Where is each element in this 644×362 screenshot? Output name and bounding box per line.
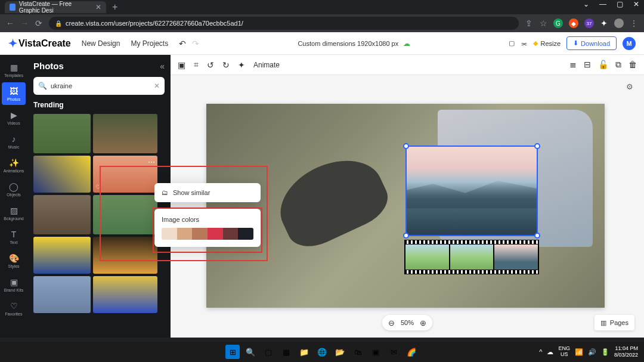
taskview-icon[interactable]: ▢ (261, 345, 275, 359)
battery-icon[interactable]: 🔋 (601, 348, 609, 356)
photo-thumb[interactable]: ⋯♡ (93, 156, 157, 193)
rail-animations[interactable]: ✨Animations (2, 154, 26, 177)
gear-icon[interactable]: ⚙ (626, 82, 633, 91)
new-tab-button[interactable]: + (112, 2, 117, 13)
lock-element-icon[interactable]: 🔓 (598, 60, 608, 70)
resize-handle-tl[interactable] (403, 143, 409, 149)
canvas-viewport[interactable]: ⚙ ⊖ (171, 75, 644, 338)
canvas[interactable] (206, 104, 605, 308)
extension-icon[interactable]: ◆ (569, 18, 578, 28)
selected-image[interactable] (405, 146, 538, 236)
mail-icon[interactable]: ✉ (386, 345, 401, 359)
url-bar[interactable]: 🔒 create.vista.com/user/projects/6227268… (49, 17, 519, 30)
layers-icon[interactable]: ≣ (569, 60, 577, 70)
resize-handle-br[interactable] (534, 233, 540, 239)
rail-brandkits[interactable]: ▣Brand Kits (2, 273, 26, 296)
filmstrip-image[interactable] (404, 240, 539, 274)
zoom-in-icon[interactable]: ⊕ (420, 318, 426, 327)
document-title[interactable]: Custom dimensions 1920x1080 px (298, 40, 398, 47)
download-button[interactable]: ⬇ Download (566, 36, 617, 50)
browser-tab[interactable]: VistaCreate — Free Graphic Desi ✕ (5, 1, 106, 13)
photo-thumb[interactable] (93, 276, 157, 313)
close-tab-icon[interactable]: ✕ (95, 3, 101, 11)
animate-button[interactable]: Animate (253, 61, 280, 69)
zoom-out-icon[interactable]: ⊖ (388, 318, 395, 327)
wifi-icon[interactable]: 📶 (575, 348, 583, 356)
share-app-icon[interactable]: ⫘ (521, 40, 527, 47)
search-input[interactable] (51, 82, 150, 89)
maximize-icon[interactable]: ▢ (615, 0, 624, 8)
crop-icon[interactable]: ⌗ (194, 60, 199, 70)
color-swatch[interactable] (192, 228, 208, 240)
share-icon[interactable]: ⇪ (525, 18, 533, 28)
rotate-right-icon[interactable]: ↻ (222, 60, 230, 70)
image-edit-icon[interactable]: ▣ (178, 60, 185, 70)
rail-templates[interactable]: ▦Templates (2, 58, 26, 81)
effects-icon[interactable]: ✦ (238, 60, 245, 70)
store-icon[interactable]: 🛍 (351, 345, 365, 359)
rail-text[interactable]: TText (2, 225, 26, 248)
rail-background[interactable]: ▨Bckground (2, 202, 26, 224)
photo-thumb[interactable] (93, 195, 157, 234)
favorite-icon[interactable]: ♡ (95, 184, 101, 190)
profile-avatar-icon[interactable] (614, 18, 624, 28)
more-dots-icon[interactable]: ⋯ (148, 158, 155, 166)
resize-button[interactable]: ◆Resize (533, 39, 561, 47)
reload-icon[interactable]: ⟳ (35, 18, 43, 28)
color-swatch[interactable] (208, 228, 223, 240)
photo-thumb[interactable] (93, 114, 157, 153)
extension-badge-icon[interactable]: 37 (584, 18, 594, 28)
comment-icon[interactable]: ▢ (509, 39, 515, 47)
show-similar-button[interactable]: 🗂 Show similar (162, 189, 253, 196)
rail-favorites[interactable]: ♡Favorites (2, 297, 26, 320)
rotate-left-icon[interactable]: ↺ (207, 60, 214, 70)
photo-thumb[interactable] (33, 237, 91, 274)
undo-icon[interactable]: ↶ (179, 39, 186, 48)
explorer-icon[interactable]: 📁 (297, 345, 311, 359)
extension-grammarly-icon[interactable]: G (553, 18, 563, 28)
widgets-icon[interactable]: ▦ (279, 345, 293, 359)
search-task-icon[interactable]: 🔍 (243, 345, 258, 359)
menu-dots-icon[interactable]: ⋮ (630, 18, 638, 28)
new-design-link[interactable]: New Design (82, 39, 120, 48)
start-button[interactable]: ⊞ (225, 345, 240, 359)
edge-icon[interactable]: 🌐 (315, 345, 329, 359)
color-swatch[interactable] (238, 228, 253, 240)
resize-handle-tr[interactable] (534, 143, 540, 149)
photo-thumb[interactable] (33, 156, 91, 193)
color-swatch[interactable] (223, 228, 239, 240)
pages-button[interactable]: ▥ Pages (595, 315, 634, 330)
app-task-icon[interactable]: ▣ (369, 345, 383, 359)
delete-icon[interactable]: 🗑 (628, 60, 637, 70)
chrome-icon[interactable]: 🌈 (404, 345, 419, 359)
color-swatch[interactable] (162, 228, 177, 240)
close-window-icon[interactable]: ✕ (632, 0, 640, 8)
chevron-down-icon[interactable]: ⌄ (582, 0, 590, 8)
volume-icon[interactable]: 🔊 (588, 348, 596, 356)
my-projects-link[interactable]: My Projects (131, 39, 168, 48)
user-avatar[interactable]: M (623, 37, 636, 50)
duplicate-icon[interactable]: ⧉ (615, 60, 621, 70)
minimize-icon[interactable]: — (599, 0, 607, 8)
rail-music[interactable]: ♪Music (2, 130, 26, 153)
photo-thumb[interactable] (33, 276, 91, 313)
extensions-puzzle-icon[interactable]: ✦ (600, 18, 608, 28)
clear-search-icon[interactable]: ✕ (154, 82, 160, 90)
language-indicator[interactable]: ENGUS (558, 346, 570, 358)
align-icon[interactable]: ⊟ (584, 60, 591, 70)
search-box[interactable]: 🔍 ✕ (33, 77, 165, 95)
clock[interactable]: 11:04 PM8/03/2022 (614, 345, 638, 358)
folder-icon[interactable]: 📂 (333, 345, 347, 359)
tray-chevron-icon[interactable]: ^ (539, 348, 542, 355)
resize-handle-bl[interactable] (403, 233, 409, 239)
logo[interactable]: ✦ VistaCreate (8, 37, 71, 50)
photo-thumb[interactable] (33, 114, 91, 153)
color-swatch[interactable] (177, 228, 193, 240)
rail-videos[interactable]: ▶Videos (2, 106, 26, 129)
collapse-panel-icon[interactable]: « (160, 61, 165, 71)
rail-objects[interactable]: ◯Objects (2, 178, 26, 200)
rail-styles[interactable]: 🎨Styles (2, 249, 26, 272)
onedrive-icon[interactable]: ☁ (547, 348, 553, 356)
photo-thumb[interactable] (93, 237, 157, 274)
back-icon[interactable]: ← (6, 18, 14, 28)
